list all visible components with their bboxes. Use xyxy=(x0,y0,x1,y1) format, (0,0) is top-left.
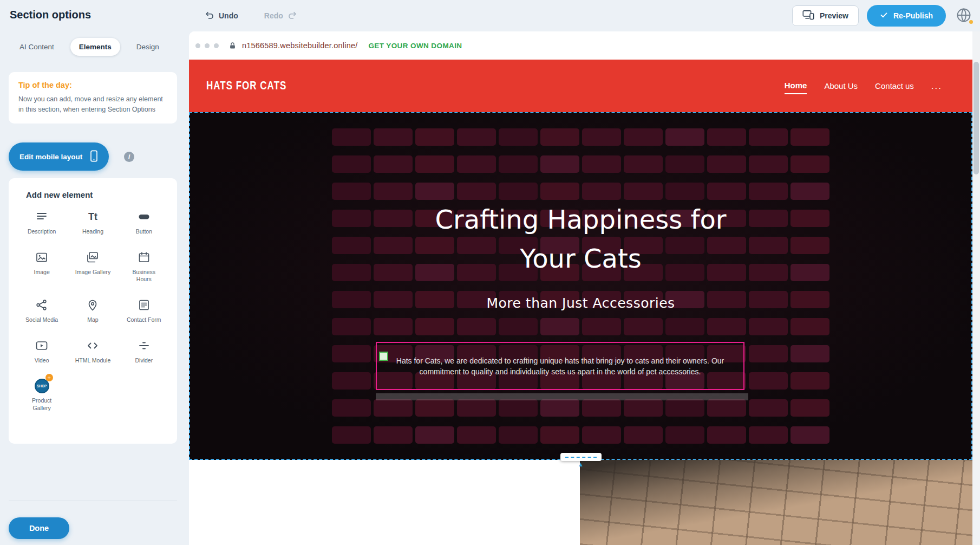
check-icon xyxy=(880,11,888,21)
element-label: Video xyxy=(35,357,49,365)
element-label: Contact Form xyxy=(127,316,161,324)
element-map[interactable]: Map xyxy=(67,297,118,324)
edit-mobile-label: Edit mobile layout xyxy=(19,153,82,161)
element-shadow-strip xyxy=(376,393,748,400)
scrollbar-track[interactable] xyxy=(972,31,980,545)
element-product-gallery[interactable]: SHOP + Product Gallery xyxy=(16,378,67,412)
language-globe-button[interactable] xyxy=(954,6,974,25)
below-white-area xyxy=(189,460,580,545)
element-heading[interactable]: Tt Heading xyxy=(67,209,118,236)
preview-label: Preview xyxy=(820,11,848,20)
preview-button[interactable]: Preview xyxy=(792,5,859,26)
edit-mobile-layout-button[interactable]: Edit mobile layout xyxy=(9,142,109,171)
info-icon[interactable]: i xyxy=(124,152,134,162)
description-icon xyxy=(35,209,48,224)
sidebar-tabs: AI Content Elements Design xyxy=(11,38,168,56)
element-label: Heading xyxy=(82,228,103,236)
site-header: HATS FOR CATS Home About Us Contact us .… xyxy=(189,60,972,112)
element-video[interactable]: Video xyxy=(16,338,67,365)
pavement-photo xyxy=(580,460,972,545)
window-dot xyxy=(205,43,210,48)
element-label: Image Gallery xyxy=(75,269,110,276)
tip-body: Now you can add, move and resize any ele… xyxy=(18,94,165,115)
element-description[interactable]: Description xyxy=(16,209,67,236)
element-button[interactable]: Button xyxy=(119,209,169,236)
hero-subheadline[interactable]: More than Just Accessories xyxy=(189,295,972,311)
tip-of-the-day-card: Tip of the day: Now you can add, move an… xyxy=(9,72,177,124)
resize-pill xyxy=(560,453,602,461)
tip-title: Tip of the day: xyxy=(18,81,167,89)
hero-headline[interactable]: Crafting Happiness for Your Cats xyxy=(189,200,972,278)
get-your-own-domain-link[interactable]: GET YOUR OWN DOMAIN xyxy=(365,41,465,50)
lock-icon xyxy=(228,41,237,50)
business-hours-icon xyxy=(138,250,151,265)
image-icon xyxy=(35,250,48,265)
mobile-layout-row: Edit mobile layout i xyxy=(9,142,134,171)
notification-dot xyxy=(969,20,973,24)
nav-more-button[interactable]: ... xyxy=(931,77,942,95)
hero-paragraph[interactable]: Hats for Cats, we are dedicated to craft… xyxy=(377,355,743,377)
sidebar: AI Content Elements Design Tip of the da… xyxy=(0,31,189,545)
element-divider[interactable]: Divider xyxy=(119,338,169,365)
nav-contact-us[interactable]: Contact us xyxy=(875,78,914,94)
sidebar-divider xyxy=(9,501,177,501)
phone-icon xyxy=(90,150,98,164)
element-label: Button xyxy=(136,228,152,236)
section-below xyxy=(189,460,972,545)
tab-design[interactable]: Design xyxy=(128,38,168,56)
window-dots xyxy=(195,43,219,48)
element-html-module[interactable]: HTML Module xyxy=(67,338,118,365)
scrollbar-thumb[interactable] xyxy=(974,62,979,174)
redo-icon xyxy=(288,10,297,22)
element-social-media[interactable]: Social Media xyxy=(16,297,67,324)
site-logo[interactable]: HATS FOR CATS xyxy=(206,79,286,93)
element-image[interactable]: Image xyxy=(16,250,67,283)
nav-home[interactable]: Home xyxy=(785,77,807,94)
redo-button[interactable]: Redo xyxy=(261,10,300,22)
element-label: Description xyxy=(28,228,56,236)
image-gallery-icon xyxy=(86,250,99,265)
plus-badge-icon: + xyxy=(45,374,53,381)
nav-about-us[interactable]: About Us xyxy=(824,78,858,94)
undo-icon xyxy=(205,10,214,22)
hero-section-selected[interactable]: Crafting Happiness for Your Cats More th… xyxy=(189,112,972,460)
republish-button[interactable]: Re-Publish xyxy=(867,5,946,27)
undo-label: Undo xyxy=(219,11,238,20)
element-label: Map xyxy=(87,316,98,324)
done-button[interactable]: Done xyxy=(9,517,69,539)
element-label: Business Hours xyxy=(125,269,164,283)
contact-form-icon xyxy=(138,297,151,313)
element-business-hours[interactable]: Business Hours xyxy=(119,250,169,283)
element-image-gallery[interactable]: Image Gallery xyxy=(67,250,118,283)
devices-icon xyxy=(802,10,814,22)
element-drag-handle[interactable] xyxy=(379,352,388,361)
page-title: Section options xyxy=(10,9,91,21)
address-bar-url[interactable]: n1566589.websitebuilder.online/ xyxy=(242,41,357,50)
add-element-title: Add new element xyxy=(26,190,169,199)
redo-label: Redo xyxy=(264,11,283,20)
tab-ai-content[interactable]: AI Content xyxy=(11,38,63,56)
element-label: Social Media xyxy=(25,316,58,324)
element-contact-form[interactable]: Contact Form xyxy=(119,297,169,324)
map-icon xyxy=(86,297,99,313)
divider-icon xyxy=(138,338,151,353)
html-module-icon xyxy=(86,338,99,353)
add-element-panel: Add new element Description Tt Heading B… xyxy=(9,178,177,444)
undo-button[interactable]: Undo xyxy=(201,10,241,22)
section-resize-handle[interactable]: ▲ xyxy=(560,453,602,467)
tab-elements[interactable]: Elements xyxy=(70,38,120,56)
element-label: Divider xyxy=(135,357,153,365)
app: Section options Undo Redo Preview xyxy=(0,0,980,545)
product-gallery-icon: SHOP + xyxy=(35,378,49,393)
element-label: Image xyxy=(34,269,50,276)
site-nav: Home About Us Contact us ... xyxy=(785,77,942,95)
element-label: Product Gallery xyxy=(22,397,61,412)
site-preview-stage: n1566589.websitebuilder.online/ GET YOUR… xyxy=(189,31,980,545)
selected-text-element[interactable]: Hats for Cats, we are dedicated to craft… xyxy=(376,342,744,390)
resize-dash-icon xyxy=(565,457,597,458)
video-icon xyxy=(35,338,48,353)
history-controls: Undo Redo xyxy=(201,0,300,31)
heading-icon: Tt xyxy=(88,209,97,224)
window-dot xyxy=(214,43,219,48)
element-label: HTML Module xyxy=(75,357,111,365)
